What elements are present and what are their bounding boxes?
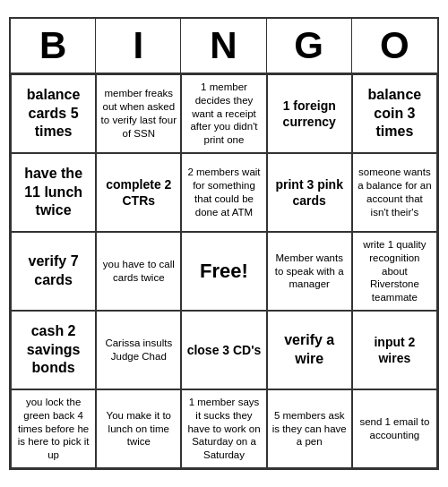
bingo-cell: input 2 wires bbox=[352, 311, 437, 389]
bingo-card: BINGO balance cards 5 timesmember freaks… bbox=[9, 17, 439, 470]
bingo-cell: you lock the green back 4 times before h… bbox=[11, 389, 96, 468]
bingo-cell: 1 member decides they want a receipt aft… bbox=[181, 74, 266, 153]
bingo-cell: Free! bbox=[181, 232, 266, 311]
bingo-cell: someone wants a balance for an account t… bbox=[352, 153, 437, 232]
bingo-cell: 1 foreign currency bbox=[267, 74, 352, 153]
bingo-cell: write 1 quality recognition about Rivers… bbox=[352, 232, 437, 311]
header-letter: G bbox=[267, 19, 352, 73]
bingo-cell: close 3 CD's bbox=[181, 311, 266, 389]
bingo-cell: have the 11 lunch twice bbox=[11, 153, 96, 232]
bingo-cell: Member wants to speak with a manager bbox=[267, 232, 352, 311]
bingo-cell: balance cards 5 times bbox=[11, 74, 96, 153]
bingo-cell: verify a wire bbox=[267, 311, 352, 389]
bingo-grid: balance cards 5 timesmember freaks out w… bbox=[11, 74, 437, 468]
bingo-cell: Carissa insults Judge Chad bbox=[96, 311, 181, 389]
header-letter: B bbox=[11, 19, 96, 73]
bingo-cell: cash 2 savings bonds bbox=[11, 311, 96, 389]
bingo-cell: complete 2 CTRs bbox=[96, 153, 181, 232]
bingo-cell: you have to call cards twice bbox=[96, 232, 181, 311]
header-letter: O bbox=[352, 19, 437, 73]
bingo-cell: 5 members ask is they can have a pen bbox=[267, 389, 352, 468]
bingo-cell: send 1 email to accounting bbox=[352, 389, 437, 468]
bingo-cell: You make it to lunch on time twice bbox=[96, 389, 181, 468]
bingo-cell: member freaks out when asked to verify l… bbox=[96, 74, 181, 153]
header-letter: I bbox=[96, 19, 181, 73]
bingo-cell: balance coin 3 times bbox=[352, 74, 437, 153]
bingo-cell: 1 member says it sucks they have to work… bbox=[181, 389, 266, 468]
bingo-header: BINGO bbox=[11, 19, 437, 74]
bingo-cell: print 3 pink cards bbox=[267, 153, 352, 232]
bingo-cell: verify 7 cards bbox=[11, 232, 96, 311]
header-letter: N bbox=[181, 19, 266, 73]
bingo-cell: 2 members wait for something that could … bbox=[181, 153, 266, 232]
